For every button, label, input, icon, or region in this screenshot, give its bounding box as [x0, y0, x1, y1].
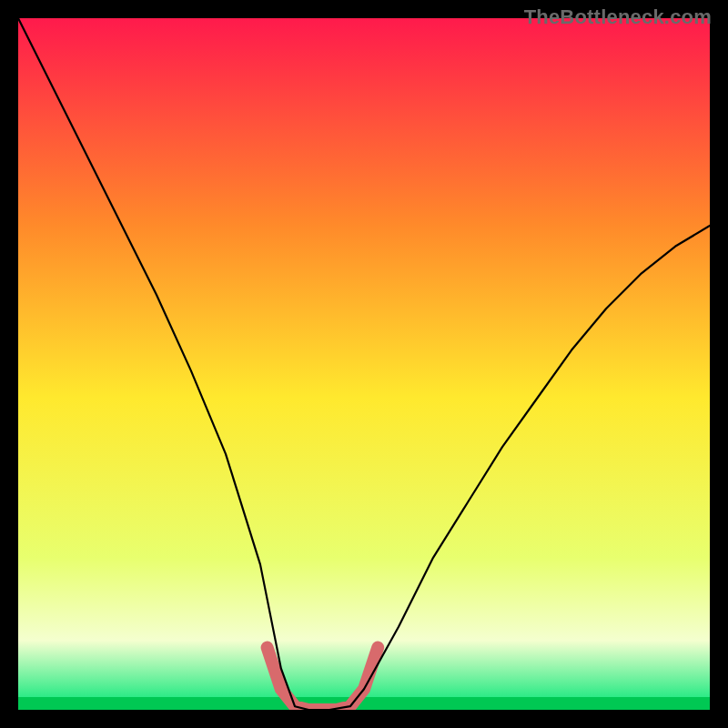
- chart-svg: [18, 18, 710, 710]
- watermark-text: TheBottleneck.com: [524, 5, 712, 29]
- chart-frame: TheBottleneck.com: [0, 0, 728, 728]
- gradient-background: [18, 18, 710, 710]
- bottleneck-chart: [18, 18, 710, 710]
